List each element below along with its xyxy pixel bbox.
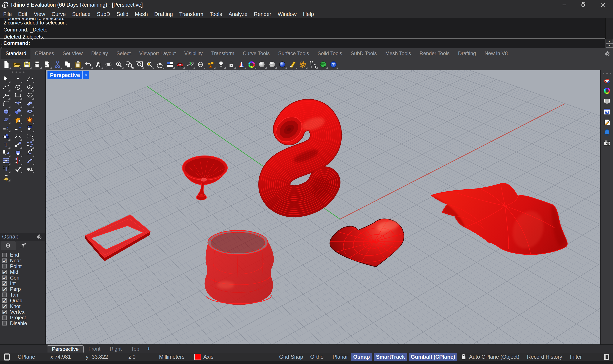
section-icon[interactable]: [14, 157, 22, 165]
object-goblet[interactable]: [182, 156, 227, 200]
dock-grip[interactable]: [603, 73, 611, 74]
viewport-label[interactable]: Perspective ▼: [47, 71, 89, 79]
object-vase[interactable]: [204, 230, 274, 305]
osnap-checkbox-end[interactable]: [2, 253, 7, 257]
blend-curve-icon[interactable]: [14, 132, 22, 140]
toolbar-tab-set-view[interactable]: Set View: [58, 48, 87, 59]
open-file-icon[interactable]: [12, 60, 21, 69]
add-viewport-tab-button[interactable]: +: [144, 346, 153, 352]
menu-subd[interactable]: SubD: [94, 11, 113, 17]
status-smarttrack[interactable]: SmartTrack: [374, 353, 407, 361]
menu-mesh[interactable]: Mesh: [132, 11, 151, 17]
object-rectangular-frame[interactable]: [85, 215, 150, 261]
paste-icon[interactable]: [74, 60, 82, 69]
status-axis[interactable]: Axis: [203, 353, 213, 361]
osnap-checkbox-knot[interactable]: [2, 304, 7, 309]
toolbar-tab-render-tools[interactable]: Render Tools: [415, 48, 454, 59]
torus-icon[interactable]: [26, 108, 34, 116]
command-prompt[interactable]: Command:: [3, 39, 30, 47]
move-car-icon[interactable]: [176, 60, 184, 69]
osnap-option-mid[interactable]: Mid: [2, 269, 42, 275]
render-preview-icon[interactable]: [288, 60, 297, 69]
osnap-option-cen[interactable]: Cen: [2, 275, 42, 281]
menu-curve[interactable]: Curve: [48, 11, 69, 17]
help-panel-icon[interactable]: ?: [603, 107, 611, 116]
osnap-tab-filter[interactable]: [16, 241, 31, 250]
status-planar[interactable]: Planar: [333, 353, 348, 361]
constrain-icon[interactable]: [2, 165, 10, 173]
undo-view-icon[interactable]: [155, 60, 164, 69]
bool-union-icon[interactable]: [26, 124, 34, 132]
cplane-grid-icon[interactable]: [186, 60, 195, 69]
status-osnap[interactable]: Osnap: [351, 353, 372, 361]
toolbar-tab-surface-tools[interactable]: Surface Tools: [274, 48, 313, 59]
status-grid-snap[interactable]: Grid Snap: [279, 353, 303, 361]
status-ortho[interactable]: Ortho: [310, 353, 324, 361]
toolbar-tab-visibility[interactable]: Visibility: [180, 48, 207, 59]
status-cplane[interactable]: CPlane: [18, 353, 35, 361]
pyramid-hand-icon[interactable]: [2, 173, 10, 181]
print-icon[interactable]: [33, 60, 41, 69]
osnap-option-perp[interactable]: Perp: [2, 286, 42, 292]
named-view-icon[interactable]: [206, 60, 215, 69]
mesh-plane-icon[interactable]: [2, 116, 10, 124]
osnap-option-tan[interactable]: Tan: [2, 292, 42, 298]
viewport-label-dropdown-icon[interactable]: ▼: [83, 73, 89, 77]
primitives-icon[interactable]: [26, 165, 34, 173]
render-settings-icon[interactable]: [268, 60, 276, 69]
extrude-up-icon[interactable]: [26, 149, 34, 156]
options-gear-icon[interactable]: [299, 60, 307, 69]
lock-icon[interactable]: [460, 354, 467, 362]
osnap-checkbox-disable[interactable]: [2, 321, 7, 325]
osnap-option-quad[interactable]: Quad: [2, 298, 42, 303]
toolbar-tab-standard[interactable]: Standard: [1, 48, 30, 59]
object-torus-s-pipe[interactable]: [271, 112, 329, 201]
menu-render[interactable]: Render: [251, 11, 274, 17]
zoom-window-icon[interactable]: [125, 60, 133, 69]
osnap-option-int[interactable]: Int: [2, 281, 42, 286]
restore-button[interactable]: [579, 1, 587, 9]
check-icon[interactable]: [14, 165, 22, 173]
annotate-icon[interactable]: [43, 60, 52, 69]
rotate-view-icon[interactable]: [104, 60, 113, 69]
close-button[interactable]: [599, 1, 607, 9]
polygon-icon[interactable]: [26, 91, 34, 99]
toolbar-tab-display[interactable]: Display: [87, 48, 112, 59]
osnap-option-vertex[interactable]: Vertex: [2, 309, 42, 315]
minimize-button[interactable]: [560, 1, 569, 9]
viewport-layout-icon[interactable]: [166, 60, 174, 69]
menu-edit[interactable]: Edit: [15, 11, 30, 17]
help-icon[interactable]: ?: [329, 60, 338, 69]
solid-cut-icon[interactable]: [14, 149, 22, 156]
menu-transform[interactable]: Transform: [176, 11, 206, 17]
scale-icon[interactable]: [14, 140, 22, 148]
toolbar-tab-subd-tools[interactable]: SubD Tools: [346, 48, 381, 59]
status-gumball[interactable]: Gumball (CPlane): [409, 353, 457, 361]
new-file-icon[interactable]: [2, 60, 11, 69]
viewport-tab-front[interactable]: Front: [84, 346, 105, 352]
command-scrollbar[interactable]: [605, 18, 613, 39]
bend-icon[interactable]: [26, 157, 34, 165]
cplane-icon[interactable]: [3, 353, 11, 362]
spheres-icon[interactable]: [14, 108, 22, 116]
menu-surface[interactable]: Surface: [69, 11, 94, 17]
toolbar-tab-drafting[interactable]: Drafting: [454, 48, 480, 59]
menu-file[interactable]: File: [0, 11, 15, 17]
osnap-option-knot[interactable]: Knot: [2, 303, 42, 309]
split-icon[interactable]: [14, 124, 22, 132]
render-icon[interactable]: [258, 60, 266, 69]
toolbar-tab-viewport-layout[interactable]: Viewport Layout: [135, 48, 180, 59]
osnap-checkbox-mid[interactable]: [2, 270, 7, 274]
boom-icon[interactable]: [26, 116, 34, 124]
osnap-option-near[interactable]: Near: [2, 258, 42, 264]
blend-dotted-icon[interactable]: [26, 132, 34, 140]
curve-cp-icon[interactable]: [26, 75, 34, 83]
srf-curved-icon[interactable]: [26, 100, 34, 107]
osnap-checkbox-tan[interactable]: [2, 293, 7, 297]
menu-analyze[interactable]: Analyze: [225, 11, 251, 17]
toolbar-gear-icon[interactable]: [604, 51, 611, 57]
menu-drafting[interactable]: Drafting: [151, 11, 176, 17]
lamp-icon[interactable]: [217, 60, 225, 69]
menu-tools[interactable]: Tools: [206, 11, 225, 17]
menu-window[interactable]: Window: [274, 11, 300, 17]
